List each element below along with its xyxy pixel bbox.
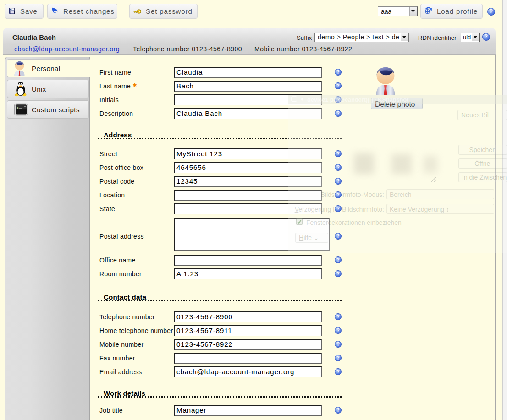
svg-text:>: > xyxy=(17,106,19,110)
